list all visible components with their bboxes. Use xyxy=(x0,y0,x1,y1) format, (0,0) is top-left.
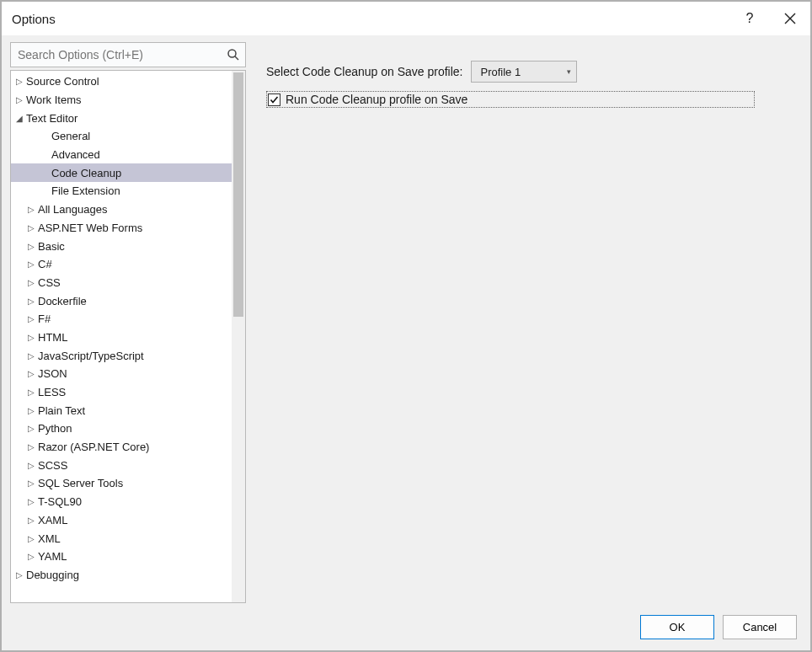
chevron-right-icon[interactable]: ▷ xyxy=(26,333,36,342)
svg-point-2 xyxy=(228,50,236,57)
dialog-footer: OK Cancel xyxy=(2,603,810,650)
scrollbar-thumb[interactable] xyxy=(233,72,243,317)
tree-item[interactable]: ▷Work Items xyxy=(11,91,245,110)
chevron-right-icon[interactable]: ▷ xyxy=(26,351,36,361)
tree-item-label: Plain Text xyxy=(36,404,85,417)
tree-item-label: Text Editor xyxy=(24,112,77,125)
search-input[interactable] xyxy=(11,48,222,61)
tree-item[interactable]: ▷T-SQL90 xyxy=(11,493,245,511)
tree-item-label: ASP.NET Web Forms xyxy=(36,222,142,234)
tree-item[interactable]: ▷HTML xyxy=(11,329,245,347)
chevron-right-icon[interactable]: ▷ xyxy=(26,552,36,561)
chevron-right-icon[interactable]: ▷ xyxy=(26,223,36,232)
chevron-right-icon[interactable]: ▷ xyxy=(26,314,36,323)
tree-item-label: CSS xyxy=(36,276,61,289)
profile-dropdown[interactable]: Profile 1 ▾ xyxy=(471,61,577,83)
run-cleanup-checkbox-label: Run Code Cleanup profile on Save xyxy=(286,93,467,106)
tree-item[interactable]: General xyxy=(11,127,245,146)
search-box[interactable] xyxy=(10,42,246,67)
tree-item[interactable]: ▷Basic xyxy=(11,237,245,255)
chevron-right-icon[interactable]: ▷ xyxy=(26,278,36,287)
chevron-right-icon[interactable]: ▷ xyxy=(26,205,36,214)
profile-row: Select Code Cleanup on Save profile: Pro… xyxy=(266,61,802,83)
chevron-right-icon[interactable]: ▷ xyxy=(26,461,36,470)
chevron-right-icon[interactable]: ▷ xyxy=(26,478,36,488)
tree-item-label: C# xyxy=(36,258,52,270)
tree-item[interactable]: ▷XAML xyxy=(11,511,245,530)
chevron-right-icon[interactable]: ▷ xyxy=(26,369,36,378)
tree-item-label: YAML xyxy=(36,550,67,563)
tree-item[interactable]: ▷LESS xyxy=(11,383,245,402)
tree-item[interactable]: File Extension xyxy=(11,182,245,200)
tree-item-label: Advanced xyxy=(50,148,100,161)
chevron-right-icon[interactable]: ▷ xyxy=(26,259,36,269)
tree-item[interactable]: ▷SQL Server Tools xyxy=(11,474,245,493)
search-icon xyxy=(222,48,245,61)
tree-item[interactable]: ◢Text Editor xyxy=(11,109,245,127)
chevron-right-icon[interactable]: ▷ xyxy=(26,424,36,433)
tree-item[interactable]: ▷Dockerfile xyxy=(11,291,245,310)
help-button[interactable]: ? xyxy=(729,3,770,34)
chevron-right-icon[interactable]: ▷ xyxy=(14,95,24,104)
run-cleanup-checkbox-row[interactable]: Run Code Cleanup profile on Save xyxy=(266,91,755,108)
tree-item-label: General xyxy=(50,130,90,142)
profile-dropdown-value: Profile 1 xyxy=(480,66,521,78)
chevron-right-icon[interactable]: ▷ xyxy=(26,406,36,415)
tree-item[interactable]: ▷JavaScript/TypeScript xyxy=(11,346,245,365)
window-title: Options xyxy=(12,12,729,26)
tree-item[interactable]: ▷Source Control xyxy=(11,72,245,91)
cancel-button[interactable]: Cancel xyxy=(723,615,797,639)
tree-item-label: SQL Server Tools xyxy=(36,477,123,489)
profile-label: Select Code Cleanup on Save profile: xyxy=(266,65,462,78)
tree-item[interactable]: ▷YAML xyxy=(11,548,245,566)
tree-item[interactable]: ▷C# xyxy=(11,255,245,274)
tree-item[interactable]: Code Cleanup xyxy=(11,163,245,182)
tree-list: ▷Source Control▷Work Items◢Text EditorGe… xyxy=(11,71,245,602)
chevron-right-icon[interactable]: ▷ xyxy=(26,534,36,543)
tree-item-label: Basic xyxy=(36,240,65,253)
tree-item[interactable]: Advanced xyxy=(11,146,245,164)
chevron-right-icon[interactable]: ▷ xyxy=(26,442,36,452)
tree-item[interactable]: ▷F# xyxy=(11,310,245,329)
tree-item[interactable]: ▷CSS xyxy=(11,274,245,292)
help-icon: ? xyxy=(746,11,754,26)
tree-item[interactable]: ▷XML xyxy=(11,529,245,548)
tree-item[interactable]: ▷All Languages xyxy=(11,200,245,219)
chevron-right-icon[interactable]: ▷ xyxy=(26,242,36,251)
tree-item-label: XML xyxy=(36,532,61,545)
tree-item[interactable]: ▷JSON xyxy=(11,365,245,383)
close-icon xyxy=(784,13,796,24)
tree-item-label: Source Control xyxy=(24,75,99,88)
tree-item[interactable]: ▷Debugging xyxy=(11,566,245,585)
close-button[interactable] xyxy=(770,3,810,34)
ok-button[interactable]: OK xyxy=(640,615,714,639)
chevron-down-icon[interactable]: ◢ xyxy=(14,114,24,123)
chevron-right-icon[interactable]: ▷ xyxy=(26,297,36,306)
tree-item[interactable]: ▷Razor (ASP.NET Core) xyxy=(11,438,245,457)
tree-item[interactable]: ▷SCSS xyxy=(11,456,245,474)
tree-item-label: Python xyxy=(36,422,72,435)
tree-item-label: JavaScript/TypeScript xyxy=(36,350,144,362)
tree-item-label: SCSS xyxy=(36,459,67,472)
chevron-right-icon[interactable]: ▷ xyxy=(26,516,36,525)
tree-item-label: JSON xyxy=(36,367,67,380)
chevron-right-icon[interactable]: ▷ xyxy=(26,497,36,506)
chevron-right-icon[interactable]: ▷ xyxy=(14,77,24,86)
tree-item-label: Dockerfile xyxy=(36,295,87,307)
tree-item[interactable]: ▷Python xyxy=(11,420,245,438)
tree-item-label: LESS xyxy=(36,386,66,398)
tree-item[interactable]: ▷Plain Text xyxy=(11,401,245,420)
left-pane: ▷Source Control▷Work Items◢Text EditorGe… xyxy=(10,42,246,603)
chevron-right-icon[interactable]: ▷ xyxy=(26,387,36,397)
titlebar: Options ? xyxy=(2,2,810,35)
tree-item-label: F# xyxy=(36,313,51,325)
tree-item-label: All Languages xyxy=(36,203,107,216)
tree-item-label: XAML xyxy=(36,514,67,526)
right-pane: Select Code Cleanup on Save profile: Pro… xyxy=(266,42,802,603)
tree-item-label: File Extension xyxy=(50,184,120,197)
chevron-right-icon[interactable]: ▷ xyxy=(14,570,24,580)
scrollbar[interactable] xyxy=(232,71,245,602)
run-cleanup-checkbox[interactable] xyxy=(268,94,280,106)
check-icon xyxy=(270,95,279,104)
tree-item[interactable]: ▷ASP.NET Web Forms xyxy=(11,219,245,238)
